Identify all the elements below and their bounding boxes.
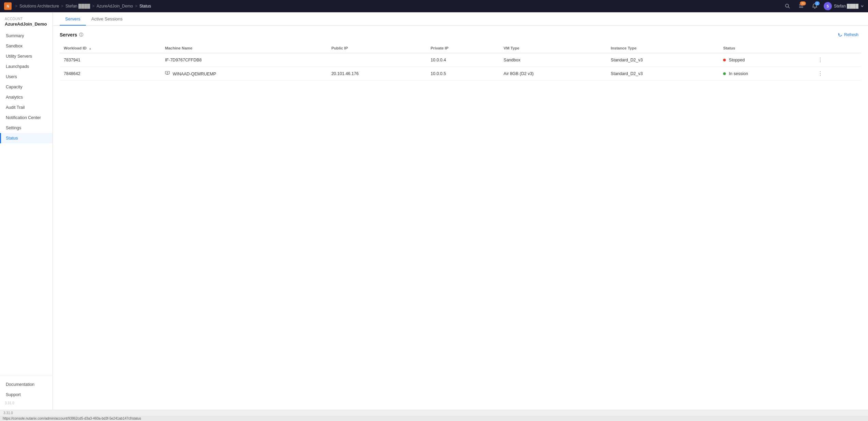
breadcrumb-stefan[interactable]: Stefan ████ [65,4,90,9]
breadcrumb-sep-2: > [92,4,94,9]
col-private-ip: Private IP [426,43,499,53]
url-text: https://console.nutanix.com/admin/accoun… [3,417,141,420]
section-header: Servers ⓘ Refresh [60,31,861,39]
sidebar-item-documentation[interactable]: Documentation [0,379,53,390]
list-badge: 20 [800,1,806,5]
sidebar-item-launchpads[interactable]: Launchpads [0,61,53,72]
version-label: 3.31.0 [0,400,53,406]
breadcrumb-sep-3: > [135,4,137,9]
sidebar-item-capacity[interactable]: Capacity [0,82,53,92]
tab-servers[interactable]: Servers [60,12,86,26]
sidebar-item-status[interactable]: Status [0,133,53,143]
status-dot-in-session [723,72,726,75]
sidebar-item-utility-servers[interactable]: Utility Servers [0,51,53,61]
sidebar-item-analytics[interactable]: Analytics [0,92,53,102]
cell-vm-type-1: Sandbox [499,53,607,67]
sidebar: Account AzureAdJoin_Demo Summary Sandbox… [0,12,53,410]
info-icon[interactable]: ⓘ [79,32,83,38]
cell-actions-2: ⋮ [811,67,861,81]
svg-rect-3 [799,6,803,6]
servers-table: Workload ID ▲ Machine Name Public IP Pri… [60,43,861,81]
section-title: Servers ⓘ [60,32,83,38]
status-dot-stopped [723,59,726,61]
main-layout: Account AzureAdJoin_Demo Summary Sandbox… [0,12,868,410]
col-instance-type: Instance Type [607,43,719,53]
col-status: Status [719,43,811,53]
breadcrumb-status[interactable]: Status [139,4,151,9]
refresh-button[interactable]: Refresh [835,31,861,39]
breadcrumb-sep-0: > [15,4,17,9]
list-icon-button[interactable]: 20 [796,1,806,11]
breadcrumb-sep-1: > [61,4,63,9]
cell-vm-type-2: Air 8GB (D2 v3) [499,67,607,81]
col-actions [811,43,861,53]
svg-point-6 [167,72,168,73]
version-status: 3.31.0 [3,411,13,415]
topnav: N > Solutions Architecture > Stefan ████… [0,0,868,12]
breadcrumb-area: N > Solutions Architecture > Stefan ████… [4,2,151,10]
sort-icon: ▲ [89,47,92,50]
sidebar-item-audit-trail[interactable]: Audit Trail [0,102,53,113]
cell-machine-name-1: IF-7D9767CFFDB8 [161,53,327,67]
tabs-bar: Servers Active Sessions [53,12,868,26]
row-menu-button-2[interactable]: ⋮ [815,70,825,77]
table-header: Workload ID ▲ Machine Name Public IP Pri… [60,43,861,53]
cell-status-2: In session [719,67,811,81]
breadcrumb-account[interactable]: AzureAdJoin_Demo [96,4,133,9]
machine-icon [165,71,170,75]
sidebar-item-sandbox[interactable]: Sandbox [0,41,53,51]
col-workload-id[interactable]: Workload ID ▲ [60,43,161,53]
breadcrumb-solutions[interactable]: Solutions Architecture [19,4,59,9]
cell-private-ip-1: 10.0.0.4 [426,53,499,67]
sidebar-item-notification-center[interactable]: Notification Center [0,113,53,123]
urlbar: https://console.nutanix.com/admin/accoun… [0,416,868,421]
cell-instance-type-1: Standard_D2_v3 [607,53,719,67]
row-menu-button-1[interactable]: ⋮ [815,56,825,63]
table-row: 7837941 IF-7D9767CFFDB8 10.0.0.4 Sandbox… [60,53,861,67]
sidebar-bottom: Documentation Support 3.31.0 [0,376,53,410]
cell-public-ip-2: 20.101.46.176 [327,67,426,81]
col-machine-name: Machine Name [161,43,327,53]
svg-rect-4 [799,7,803,8]
content-area: Servers Active Sessions Servers ⓘ Refres… [53,12,868,410]
bell-badge: 1 [815,1,820,5]
cell-private-ip-2: 10.0.0.5 [426,67,499,81]
cell-machine-name-2: WINAAD-QEMRUEMP [161,67,327,81]
topnav-right: 20 1 S Stefan ████ [783,1,864,11]
avatar: S [824,2,832,10]
account-label: Account [5,17,48,21]
sidebar-nav: Summary Sandbox Utility Servers Launchpa… [0,29,53,376]
table-body: 7837941 IF-7D9767CFFDB8 10.0.0.4 Sandbox… [60,53,861,81]
cell-status-1: Stopped [719,53,811,67]
table-row: 7848642 WINAAD-QEMRUEMP [60,67,861,81]
sidebar-item-support[interactable]: Support [0,390,53,400]
svg-rect-5 [165,71,169,74]
sidebar-item-settings[interactable]: Settings [0,123,53,133]
bell-icon-button[interactable]: 1 [810,1,820,11]
cell-instance-type-2: Standard_D2_v3 [607,67,719,81]
col-public-ip: Public IP [327,43,426,53]
cell-workload-id-1: 7837941 [60,53,161,67]
statusbar: 3.31.0 [0,410,868,416]
cell-workload-id-2: 7848642 [60,67,161,81]
sidebar-item-users[interactable]: Users [0,72,53,82]
svg-point-0 [785,4,789,7]
col-vm-type: VM Type [499,43,607,53]
user-menu[interactable]: S Stefan ████ [824,2,864,10]
cell-actions-1: ⋮ [811,53,861,67]
tab-active-sessions[interactable]: Active Sessions [86,12,128,26]
sidebar-item-summary[interactable]: Summary [0,31,53,41]
search-button[interactable] [783,1,792,11]
table-section: Servers ⓘ Refresh Workload ID [53,26,868,410]
account-section: Account AzureAdJoin_Demo [0,12,53,29]
app-logo[interactable]: N [4,2,12,10]
cell-public-ip-1 [327,53,426,67]
user-name-label: Stefan ████ [834,4,858,9]
svg-line-1 [788,7,790,8]
refresh-icon [838,33,842,37]
account-name: AzureAdJoin_Demo [5,21,48,27]
section-title-text: Servers [60,32,77,38]
refresh-label: Refresh [844,32,858,37]
chevron-down-icon [860,4,864,8]
